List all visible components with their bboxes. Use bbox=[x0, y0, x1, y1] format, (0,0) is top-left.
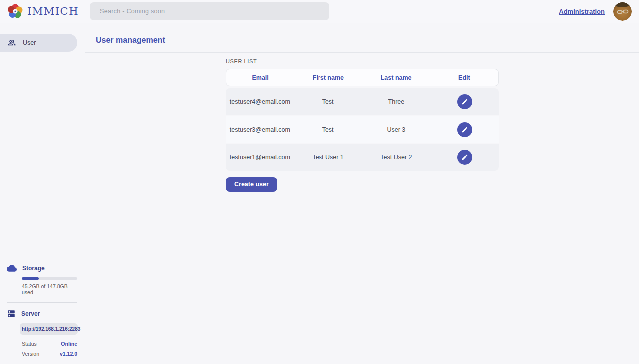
pencil-icon bbox=[461, 154, 468, 161]
column-header-first-name: First name bbox=[294, 74, 362, 81]
column-header-edit: Edit bbox=[430, 74, 498, 81]
top-bar: IMMICH Administration bbox=[0, 0, 639, 23]
edit-user-button[interactable] bbox=[457, 150, 472, 165]
cell-email: testuser4@email.com bbox=[226, 98, 294, 105]
pencil-icon bbox=[461, 126, 468, 133]
storage-title: Storage bbox=[22, 265, 45, 272]
column-header-last-name: Last name bbox=[362, 74, 430, 81]
user-table-header: Email First name Last name Edit bbox=[226, 69, 499, 86]
cell-last-name: User 3 bbox=[362, 126, 431, 133]
edit-user-button[interactable] bbox=[457, 122, 472, 137]
sidebar: User Storage 45.2GB of 147.8GB used bbox=[0, 23, 85, 364]
sidebar-item-label: User bbox=[23, 39, 36, 46]
server-url: http://192.168.1.216:2283 bbox=[20, 323, 78, 335]
table-row: testuser3@email.com Test User 3 bbox=[226, 116, 499, 143]
storage-progress-fill bbox=[22, 277, 39, 280]
cell-last-name: Test User 2 bbox=[362, 154, 431, 161]
storage-usage-text: 45.2GB of 147.8GB used bbox=[22, 283, 80, 295]
search-input[interactable] bbox=[90, 2, 329, 20]
immich-logo[interactable]: IMMICH bbox=[0, 4, 85, 19]
table-row: testuser1@email.com Test User 1 Test Use… bbox=[226, 144, 499, 171]
cloud-icon bbox=[7, 263, 17, 273]
main-content: User management USER LIST Email First na… bbox=[85, 23, 639, 364]
server-version-label: Version bbox=[22, 351, 39, 357]
sidebar-item-user[interactable]: User bbox=[0, 34, 77, 52]
administration-link[interactable]: Administration bbox=[559, 8, 605, 15]
user-list-label: USER LIST bbox=[226, 58, 499, 64]
create-user-button[interactable]: Create user bbox=[226, 177, 277, 192]
storage-progress-bar bbox=[22, 277, 77, 280]
server-status-value: Online bbox=[61, 341, 77, 347]
cell-email: testuser3@email.com bbox=[226, 126, 294, 133]
app-name: IMMICH bbox=[27, 5, 79, 17]
cell-first-name: Test User 1 bbox=[294, 154, 362, 161]
sidebar-divider bbox=[7, 302, 77, 303]
immich-flower-icon bbox=[8, 4, 23, 19]
page-title: User management bbox=[96, 36, 165, 52]
sidebar-status-panel: Storage 45.2GB of 147.8GB used Server ht… bbox=[0, 263, 80, 364]
column-header-email: Email bbox=[226, 74, 294, 81]
server-icon bbox=[7, 309, 16, 318]
pencil-icon bbox=[461, 98, 468, 105]
cell-email: testuser1@email.com bbox=[226, 154, 294, 161]
content-header: User management bbox=[85, 23, 639, 53]
user-table-body: testuser4@email.com Test Three testuser3… bbox=[226, 88, 499, 171]
user-list-section: USER LIST Email First name Last name Edi… bbox=[226, 58, 499, 192]
cell-first-name: Test bbox=[294, 98, 362, 105]
table-row: testuser4@email.com Test Three bbox=[226, 88, 499, 115]
user-avatar[interactable] bbox=[613, 2, 632, 21]
server-status-label: Status bbox=[22, 341, 37, 347]
users-icon bbox=[7, 38, 16, 47]
cell-last-name: Three bbox=[362, 98, 431, 105]
server-title: Server bbox=[21, 310, 40, 317]
cell-first-name: Test bbox=[294, 126, 362, 133]
edit-user-button[interactable] bbox=[457, 94, 472, 109]
server-version-value: v1.12.0 bbox=[60, 351, 77, 357]
